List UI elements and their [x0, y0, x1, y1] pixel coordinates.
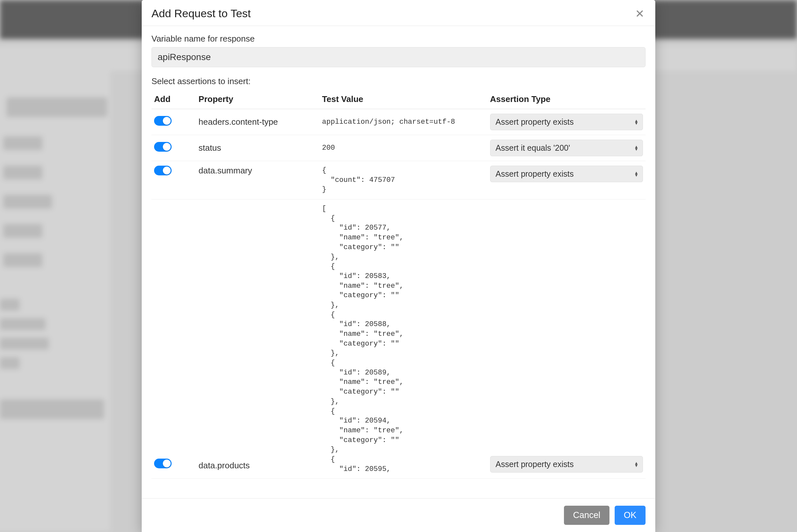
- table-row: headers.content-type application/json; c…: [151, 109, 646, 135]
- modal-body: Variable name for response Select assert…: [142, 26, 655, 498]
- property-cell: data.products: [196, 200, 320, 479]
- col-header-property: Property: [196, 91, 320, 109]
- add-toggle[interactable]: [154, 116, 171, 126]
- modal-footer: Cancel OK: [142, 498, 655, 532]
- property-cell: headers.content-type: [196, 109, 320, 135]
- variable-name-input[interactable]: [151, 47, 646, 67]
- select-assertions-label: Select assertions to insert:: [151, 76, 646, 87]
- close-icon[interactable]: ✕: [634, 8, 646, 19]
- variable-name-label: Variable name for response: [151, 34, 646, 44]
- property-cell: status: [196, 135, 320, 161]
- add-toggle[interactable]: [154, 459, 171, 468]
- assertions-table: Add Property Test Value Assertion Type h…: [151, 91, 646, 479]
- property-cell: data.summary: [196, 161, 320, 200]
- col-header-test-value: Test Value: [320, 91, 488, 109]
- col-header-assertion-type: Assertion Type: [488, 91, 646, 109]
- col-header-add: Add: [151, 91, 196, 109]
- assertion-type-select[interactable]: Assert property exists: [490, 166, 643, 182]
- add-request-modal: Add Request to Test ✕ Variable name for …: [142, 0, 655, 532]
- test-value-cell: application/json; charset=utf-8: [322, 117, 485, 127]
- test-value-cell: { "count": 475707 }: [322, 166, 485, 194]
- table-row: status 200 Assert it equals '200' ▲▼: [151, 135, 646, 161]
- add-toggle[interactable]: [154, 142, 171, 152]
- test-value-cell: [ { "id": 20577, "name": "tree", "catego…: [322, 204, 485, 474]
- assertion-type-select[interactable]: Assert property exists: [490, 456, 643, 473]
- test-value-cell: 200: [322, 143, 485, 153]
- table-row: data.summary { "count": 475707 } Assert …: [151, 161, 646, 200]
- ok-button[interactable]: OK: [615, 506, 646, 525]
- modal-header: Add Request to Test ✕: [142, 0, 655, 26]
- modal-title: Add Request to Test: [151, 7, 251, 20]
- assertion-type-select[interactable]: Assert property exists: [490, 114, 643, 130]
- table-header-row: Add Property Test Value Assertion Type: [151, 91, 646, 109]
- add-toggle[interactable]: [154, 166, 171, 175]
- assertion-type-select[interactable]: Assert it equals '200': [490, 140, 643, 156]
- cancel-button[interactable]: Cancel: [564, 506, 610, 525]
- table-row: data.products [ { "id": 20577, "name": "…: [151, 200, 646, 479]
